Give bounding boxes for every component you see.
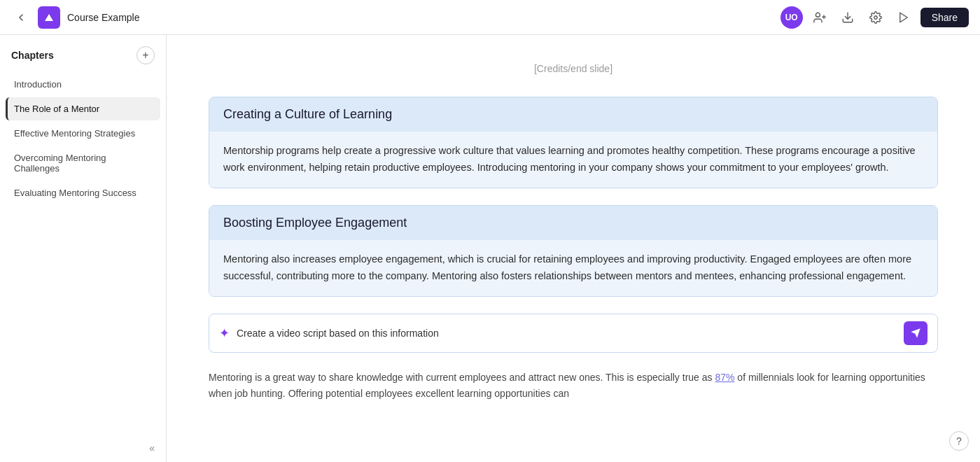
sidebar-item-evaluating-mentoring-success[interactable]: Evaluating Mentoring Success: [6, 181, 160, 204]
settings-button[interactable]: [864, 6, 887, 29]
sidebar-item-the-role-of-a-mentor[interactable]: The Role of a Mentor: [6, 97, 160, 120]
sidebar: Chapters + Introduction The Role of a Me…: [0, 35, 167, 462]
topbar-right: UO Share: [780, 6, 969, 29]
card-culture-body: Mentorship programs help create a progre…: [209, 132, 937, 188]
app-icon: [38, 6, 60, 29]
bottom-text: Mentoring is a great way to share knowle…: [209, 370, 938, 403]
avatar: UO: [780, 6, 803, 29]
back-button[interactable]: [11, 8, 31, 27]
sidebar-item-overcoming-mentoring-challenges[interactable]: Overcoming Mentoring Challenges: [6, 146, 160, 180]
sidebar-nav: Introduction The Role of a Mentor Effect…: [0, 73, 166, 434]
download-button[interactable]: [836, 6, 859, 29]
add-user-button[interactable]: [808, 6, 831, 29]
bottom-text-before-link: Mentoring is a great way to share knowle…: [209, 372, 715, 383]
card-engagement-header: Boosting Employee Engagement: [209, 206, 937, 240]
svg-marker-5: [899, 13, 907, 22]
card-engagement-body: Mentoring also increases employee engage…: [209, 240, 937, 296]
card-engagement: Boosting Employee Engagement Mentoring a…: [209, 205, 938, 297]
sidebar-header: Chapters +: [0, 35, 166, 73]
add-chapter-button[interactable]: +: [136, 46, 155, 64]
bottom-text-link[interactable]: 87%: [715, 372, 734, 383]
card-culture-header: Creating a Culture of Learning: [209, 97, 937, 132]
topbar-title: Course Example: [67, 12, 140, 23]
main-layout: Chapters + Introduction The Role of a Me…: [0, 35, 980, 462]
svg-point-0: [816, 13, 820, 17]
topbar: Course Example UO Share: [0, 0, 980, 35]
help-button[interactable]: ?: [949, 431, 969, 451]
share-button[interactable]: Share: [920, 8, 969, 27]
svg-point-4: [874, 15, 877, 19]
credits-label: [Credits/end slide]: [209, 63, 938, 74]
ai-input-field[interactable]: [237, 328, 897, 339]
sidebar-footer: «: [0, 434, 166, 462]
play-button[interactable]: [892, 6, 915, 29]
collapse-sidebar-button[interactable]: «: [149, 442, 155, 454]
ai-input-wrapper: ✦: [209, 314, 938, 353]
ai-sparkle-icon: ✦: [219, 326, 230, 341]
content-area: [Credits/end slide] Creating a Culture o…: [167, 35, 980, 462]
sidebar-heading: Chapters: [11, 50, 54, 61]
sidebar-item-introduction[interactable]: Introduction: [6, 73, 160, 96]
sidebar-item-effective-mentoring-strategies[interactable]: Effective Mentoring Strategies: [6, 122, 160, 145]
topbar-left: Course Example: [11, 6, 774, 29]
card-culture: Creating a Culture of Learning Mentorshi…: [209, 97, 938, 188]
ai-send-button[interactable]: [904, 321, 927, 345]
